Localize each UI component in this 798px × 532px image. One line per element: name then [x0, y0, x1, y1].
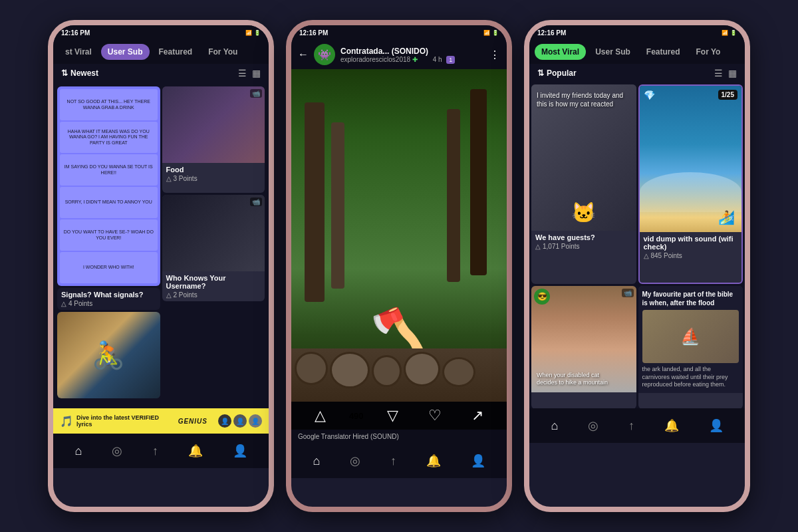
left-share-btn[interactable]: ↑: [152, 444, 158, 458]
signals-points: △ 4 Points: [57, 300, 160, 310]
right-nav-tabs: Most Viral User Sub Featured For Yo: [529, 40, 745, 64]
left-tab-featured[interactable]: Featured: [152, 44, 200, 60]
video-actions-bar: △ 490 ▽ ♡ ↗: [291, 402, 507, 430]
upvote-icon: △: [61, 300, 66, 307]
right-tab-viral[interactable]: Most Viral: [535, 44, 586, 60]
guests-points: △ 1,071 Points: [531, 243, 636, 253]
center-status-icons: 📶 🔋: [483, 30, 499, 36]
center-status-bar: 12:16 PM 📶 🔋: [291, 25, 507, 40]
left-sort-label[interactable]: ⇅ Newest: [61, 68, 98, 78]
filter-icon[interactable]: ☰: [238, 68, 247, 78]
surf-title: vid dump with sound (wifi check): [640, 232, 742, 252]
right-status-bar: 12:16 PM 📶 🔋: [529, 25, 745, 40]
right-explore-btn[interactable]: ◎: [588, 418, 598, 433]
mountain-video-icon: 📹: [622, 289, 634, 297]
left-sort-icons[interactable]: ☰ ▦: [238, 68, 261, 78]
signals-title: Signals? What signals?: [57, 288, 160, 300]
ad-banner[interactable]: 🎵 Dive into the latest VERIFIED lyrics G…: [53, 408, 269, 434]
left-bell-btn[interactable]: 🔔: [188, 444, 203, 458]
right-tab-usersub[interactable]: User Sub: [589, 44, 637, 60]
cat-card[interactable]: I invited my friends today and this is h…: [531, 84, 636, 284]
left-tab-usersub[interactable]: User Sub: [101, 44, 150, 60]
downvote-button[interactable]: ▽: [387, 407, 398, 424]
center-bottom-bar: ⌂ ◎ ↑ 🔔 👤: [291, 444, 507, 478]
center-bell-btn[interactable]: 🔔: [426, 454, 441, 468]
left-bottom-bar: ⌂ ◎ ↑ 🔔 👤: [53, 434, 269, 468]
surf-badge: 1/25: [718, 90, 737, 100]
left-phone: 12:16 PM 📶 🔋 st Viral User Sub Featured …: [48, 20, 274, 512]
diamond-badge: 💎: [644, 90, 655, 100]
username-points: △ 2 Points: [162, 291, 265, 301]
share-button[interactable]: ↗: [471, 407, 483, 424]
vote-count: 490: [349, 411, 364, 421]
hadden-card[interactable]: 🚴: [57, 312, 160, 398]
mountain-card[interactable]: 😎 📹 When your disabled catdecides to hik…: [531, 286, 636, 408]
center-home-btn[interactable]: ⌂: [313, 454, 320, 468]
right-grid-icon[interactable]: ▦: [728, 68, 737, 78]
ad-logo: GENIUS: [178, 418, 207, 425]
left-phone-frame: 12:16 PM 📶 🔋 st Viral User Sub Featured …: [48, 20, 274, 512]
right-tab-featured[interactable]: Featured: [640, 44, 687, 60]
right-sort-label[interactable]: ⇅ Popular: [537, 68, 577, 78]
cat-overlay-text: I invited my friends today and this is h…: [537, 91, 631, 108]
center-explore-btn[interactable]: ◎: [350, 454, 360, 468]
left-profile-btn[interactable]: 👤: [233, 444, 247, 458]
left-status-icons: 📶 🔋: [245, 30, 261, 36]
surf-card[interactable]: 💎 1/25 🏄 vid dump with sound (wifi check…: [638, 84, 743, 284]
upvote-button[interactable]: △: [315, 407, 326, 424]
grid-icon[interactable]: ▦: [252, 68, 261, 78]
mountain-overlay: When your disabled catdecides to hike a …: [537, 372, 608, 387]
center-phone-frame: 12:16 PM 📶 🔋 ← 👾 Contratada... (SONIDO) …: [286, 20, 512, 512]
video-title: Google Translator Hired (SOUND): [291, 430, 507, 444]
menu-icon[interactable]: ⋮: [489, 49, 500, 61]
bible-title: My favourite part of the bible is when, …: [642, 290, 739, 307]
food-points: △ 3 Points: [162, 175, 265, 185]
right-filter-icon[interactable]: ☰: [714, 68, 723, 78]
right-bottom-bar: ⌂ ◎ ↑ 🔔 👤: [529, 408, 745, 443]
signals-card[interactable]: Signals? What signals? △ 4 Points: [57, 288, 160, 310]
bible-card[interactable]: My favourite part of the bible is when, …: [638, 286, 743, 408]
left-home-btn[interactable]: ⌂: [74, 444, 82, 458]
left-status-bar: 12:16 PM 📶 🔋: [53, 25, 269, 40]
right-time: 12:16 PM: [537, 29, 566, 37]
comic-card[interactable]: NOT SO GOOD AT THIS... HEY THERE WANNA G…: [57, 86, 160, 286]
center-time: 12:16 PM: [299, 29, 328, 37]
food-title: Food: [162, 163, 265, 175]
left-time: 12:16 PM: [61, 29, 90, 37]
username-card[interactable]: 📹 Who Knows Your Username? △ 2 Points: [162, 195, 265, 301]
left-tab-viral[interactable]: st Viral: [59, 44, 98, 60]
surf-points: △ 845 Points: [640, 252, 742, 262]
right-home-btn[interactable]: ⌂: [551, 419, 558, 433]
channel-avatar: 👾: [314, 44, 335, 65]
channel-info: Contratada... (SONIDO) exploradoresciclo…: [340, 47, 484, 63]
username-title: Who Knows Your Username?: [162, 271, 265, 291]
video-icon-username: 📹: [250, 198, 262, 206]
food-image-card[interactable]: 📹 Food △ 3 Points: [162, 86, 265, 193]
channel-username: exploradoresciclos2018 ✚ 4 h 1: [340, 56, 484, 63]
left-nav-tabs: st Viral User Sub Featured For You: [53, 40, 269, 64]
right-bell-btn[interactable]: 🔔: [664, 418, 679, 433]
left-tab-foryou[interactable]: For You: [201, 44, 244, 60]
channel-name: Contratada... (SONIDO): [340, 47, 484, 56]
right-phone: 12:16 PM 📶 🔋 Most Viral User Sub Feature…: [524, 20, 750, 512]
right-phone-frame: 12:16 PM 📶 🔋 Most Viral User Sub Feature…: [524, 20, 750, 512]
video-header: ← 👾 Contratada... (SONIDO) exploradoresc…: [291, 40, 507, 69]
center-share-btn[interactable]: ↑: [390, 454, 396, 468]
right-tab-foryou[interactable]: For Yo: [690, 44, 728, 60]
left-explore-btn[interactable]: ◎: [112, 444, 122, 458]
right-status-icons: 📶 🔋: [722, 30, 737, 36]
center-phone: 12:16 PM 📶 🔋 ← 👾 Contratada... (SONIDO) …: [286, 20, 512, 512]
right-share-btn[interactable]: ↑: [628, 419, 634, 433]
ad-text: Dive into the latest VERIFIED lyrics: [76, 414, 173, 428]
guests-title: We have guests?: [531, 231, 636, 243]
bible-subtext: the ark landed, and all the carnivores w…: [642, 366, 739, 389]
heart-button[interactable]: ♡: [428, 407, 442, 424]
video-icon-food: 📹: [250, 89, 262, 98]
right-sort-icons[interactable]: ☰ ▦: [714, 68, 737, 78]
mountain-avatar: 😎: [534, 289, 550, 305]
right-profile-btn[interactable]: 👤: [709, 418, 724, 433]
left-sort-bar: ⇅ Newest ☰ ▦: [53, 64, 269, 82]
video-player[interactable]: 🪓 chopping wood scene: [291, 69, 507, 402]
back-button[interactable]: ←: [298, 49, 309, 61]
center-profile-btn[interactable]: 👤: [471, 454, 485, 468]
